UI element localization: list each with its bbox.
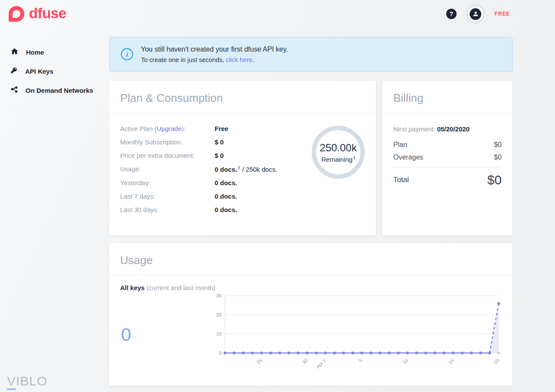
- last30-label: Last 30 days:: [120, 206, 215, 213]
- usage-subtitle: All keys(current and last month): [120, 284, 502, 291]
- last30-row: Last 30 days: 0 docs.: [120, 206, 365, 213]
- remaining-gauge: 250.00k Remainingi: [312, 126, 365, 179]
- plan-badge: FREE: [495, 11, 510, 17]
- banner-subtitle: To create one in just seconds, click her…: [141, 56, 288, 63]
- last7-value: 0 docs.: [215, 193, 237, 200]
- gauge-label: Remainingi: [321, 155, 355, 163]
- help-icon[interactable]: ?: [446, 9, 457, 19]
- billing-total-label: Total: [393, 176, 409, 184]
- dfuse-logo-icon: [9, 6, 24, 22]
- sidebar-item-on-demand-networks[interactable]: On Demand Networks: [10, 86, 109, 95]
- info-icon: i: [121, 48, 133, 60]
- monthly-subscription-label: Monthly Subscription:: [120, 138, 215, 146]
- billing-overages-row: Overages $0: [393, 154, 502, 161]
- active-plan-label: Active Plan (Upgrade):: [120, 125, 215, 132]
- svg-text:20: 20: [493, 358, 500, 365]
- plan-consumption-card: Plan & Consumption Active Plan (Upgrade)…: [109, 81, 376, 235]
- user-avatar[interactable]: [466, 4, 485, 23]
- billing-plan-value: $0: [494, 141, 502, 149]
- sidebar-item-label: On Demand Networks: [26, 87, 93, 94]
- svg-text:25: 25: [255, 358, 263, 365]
- usage-card-title: Usage: [120, 254, 153, 267]
- plan-card-title: Plan & Consumption: [120, 91, 223, 105]
- usage-card-header: Usage: [109, 243, 513, 275]
- billing-divider: [393, 167, 502, 167]
- last7-row: Last 7 days: 0 docs.: [120, 193, 365, 200]
- header: dfuse ? FREE: [0, 0, 555, 28]
- billing-plan-row: Plan $0: [393, 141, 502, 149]
- dfuse-logo[interactable]: dfuse: [9, 6, 66, 22]
- svg-text:30: 30: [301, 358, 308, 365]
- svg-text:5: 5: [358, 358, 363, 363]
- viblo-watermark: VIBLO: [7, 374, 47, 389]
- billing-plan-label: Plan: [393, 141, 407, 149]
- header-actions: ? FREE: [446, 4, 510, 23]
- price-per-doc-value: $ 0: [215, 152, 224, 159]
- logo-text: dfuse: [29, 6, 66, 22]
- home-icon: [10, 48, 19, 56]
- billing-total-row: Total $0: [393, 173, 502, 187]
- svg-text:20: 20: [216, 312, 222, 317]
- banner-subtitle-suffix: .: [252, 56, 254, 63]
- last7-label: Last 7 days:: [120, 193, 215, 200]
- svg-text:10: 10: [216, 331, 222, 336]
- api-key-info-banner: i You still haven't created your first d…: [109, 37, 513, 72]
- usage-card: Usage All keys(current and last month) 0…: [109, 243, 513, 386]
- billing-card-header: Billing: [382, 81, 513, 114]
- yesterday-value: 0 docs.: [215, 179, 237, 186]
- svg-text:Apr 1: Apr 1: [315, 358, 327, 369]
- sidebar-item-label: API Keys: [25, 68, 53, 75]
- sidebar-item-api-keys[interactable]: API Keys: [10, 67, 109, 75]
- billing-total-value: $0: [487, 173, 502, 187]
- next-payment-value: 05/20/2020: [437, 125, 470, 133]
- svg-text:0: 0: [219, 350, 222, 356]
- key-icon: [10, 67, 18, 75]
- usage-chart-svg: 01020302530Apr 15101520: [208, 292, 502, 377]
- billing-overages-value: $0: [494, 154, 502, 161]
- next-payment-label: Next payment:: [393, 125, 437, 133]
- usage-subtitle-rest: (current and last month): [147, 284, 215, 291]
- usage-label: Usage:: [120, 165, 215, 173]
- upgrade-link[interactable]: Upgrade: [157, 125, 182, 132]
- banner-title: You still haven't created your first dfu…: [141, 46, 288, 53]
- sidebar-item-home[interactable]: Home: [10, 48, 109, 56]
- price-per-doc-label: Price per extra document:: [120, 152, 215, 159]
- click-here-link[interactable]: click here: [226, 56, 252, 63]
- svg-text:30: 30: [216, 293, 222, 298]
- banner-subtitle-text: To create one in just seconds,: [141, 56, 226, 63]
- yesterday-row: Yesterday: 0 docs.: [120, 179, 365, 186]
- network-icon: [10, 86, 18, 95]
- last30-value: 0 docs.: [215, 206, 237, 213]
- svg-text:15: 15: [447, 358, 454, 365]
- billing-overages-label: Overages: [393, 154, 423, 161]
- svg-text:10: 10: [402, 358, 409, 365]
- usage-count: 0: [120, 324, 208, 345]
- billing-card: Billing Next payment: 05/20/2020 Plan $0…: [382, 81, 513, 235]
- usage-info-icon[interactable]: i: [238, 165, 240, 170]
- monthly-subscription-value: $ 0: [215, 138, 224, 146]
- sidebar-item-label: Home: [26, 49, 44, 56]
- yesterday-label: Yesterday:: [120, 179, 215, 186]
- remaining-info-icon[interactable]: i: [354, 155, 355, 160]
- next-payment-row: Next payment: 05/20/2020: [393, 125, 502, 133]
- usage-value: 0 docs.i/ 250k docs.: [215, 165, 277, 173]
- plan-card-header: Plan & Consumption: [109, 81, 376, 114]
- gauge-value: 250.00k: [320, 142, 356, 154]
- sidebar: Home API Keys On Demand Networks: [0, 28, 109, 105]
- active-plan-value: Free: [215, 125, 229, 132]
- billing-card-title: Billing: [393, 91, 423, 105]
- person-icon: [470, 8, 481, 20]
- main-content: i You still haven't created your first d…: [109, 28, 513, 386]
- all-keys-label: All keys: [120, 284, 145, 291]
